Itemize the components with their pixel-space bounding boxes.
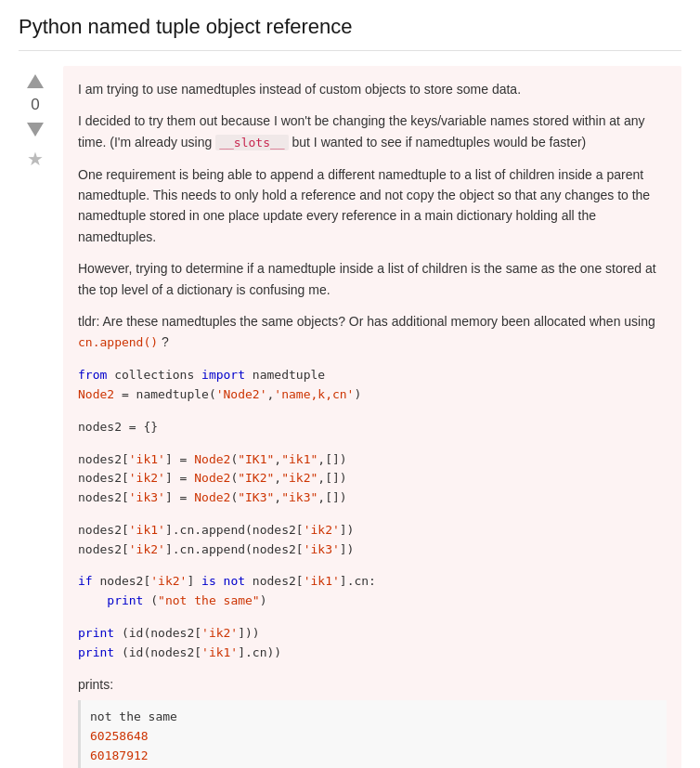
para2-suffix: but I wanted to see if namedtuples would… <box>289 135 587 150</box>
vote-down-button[interactable] <box>21 118 49 140</box>
code-line-11: print (id(nodes2['ik2'])) <box>78 624 667 644</box>
code-line-7: nodes2['ik1'].cn.append(nodes2['ik2']) <box>78 521 667 540</box>
svg-marker-0 <box>27 74 44 88</box>
code-line-6: nodes2['ik3'] = Node2("IK3","ik3",[]) <box>78 488 667 508</box>
code-block-4: nodes2['ik1'].cn.append(nodes2['ik2']) n… <box>78 519 667 562</box>
code-line-5: nodes2['ik2'] = Node2("IK2","ik2",[]) <box>78 469 667 488</box>
vote-panel: 0 ★ <box>19 66 52 768</box>
code-line-10: print ("not the same") <box>78 592 667 611</box>
code-line-2: Node2 = namedtuple('Node2','name,k,cn') <box>78 385 667 405</box>
para5-prefix: tldr: Are these namedtuples the same obj… <box>78 314 655 329</box>
favorite-star-icon[interactable]: ★ <box>27 148 44 170</box>
output-line-3: 60187912 <box>90 747 657 766</box>
page-container: Python named tuple object reference 0 ★ … <box>0 0 700 768</box>
question-para-2: I decided to try them out because I won'… <box>78 111 667 152</box>
output-line-2: 60258648 <box>90 727 657 747</box>
svg-marker-1 <box>27 123 44 137</box>
output-block: not the same 60258648 60187912 <box>78 700 667 768</box>
code-line-1: from collections import namedtuple <box>78 366 667 385</box>
code-line-8: nodes2['ik2'].cn.append(nodes2['ik3']) <box>78 540 667 560</box>
page-title: Python named tuple object reference <box>19 15 681 51</box>
question-para-3: One requirement is being able to append … <box>78 164 667 248</box>
code-line-4: nodes2['ik1'] = Node2("IK1","ik1",[]) <box>78 450 667 470</box>
code-block-5: if nodes2['ik2'] is not nodes2['ik1'].cn… <box>78 570 667 613</box>
question-para-1: I am trying to use namedtuples instead o… <box>78 79 667 99</box>
code-line-3: nodes2 = {} <box>78 418 667 437</box>
code-block-3: nodes2['ik1'] = Node2("IK1","ik1",[]) no… <box>78 449 667 510</box>
cn-append-code: cn.append() <box>78 335 158 349</box>
vote-count: 0 <box>31 96 39 114</box>
question-para-4: However, trying to determine if a namedt… <box>78 258 667 300</box>
question-body: I am trying to use namedtuples instead o… <box>63 66 681 768</box>
vote-up-button[interactable] <box>21 70 49 92</box>
output-line-1: not the same <box>90 708 657 727</box>
code-line-9: if nodes2['ik2'] is not nodes2['ik1'].cn… <box>78 572 667 592</box>
code-block-1: from collections import namedtuple Node2… <box>78 364 667 407</box>
para5-suffix: ? <box>158 334 169 349</box>
code-block-2: nodes2 = {} <box>78 416 667 439</box>
slots-code: __slots__ <box>215 135 288 150</box>
question-para-5: tldr: Are these namedtuples the same obj… <box>78 311 667 353</box>
code-block-6: print (id(nodes2['ik2'])) print (id(node… <box>78 622 667 665</box>
question-area: 0 ★ I am trying to use namedtuples inste… <box>19 66 681 768</box>
code-line-12: print (id(nodes2['ik1'].cn)) <box>78 644 667 663</box>
prints-label: prints: <box>78 674 667 695</box>
